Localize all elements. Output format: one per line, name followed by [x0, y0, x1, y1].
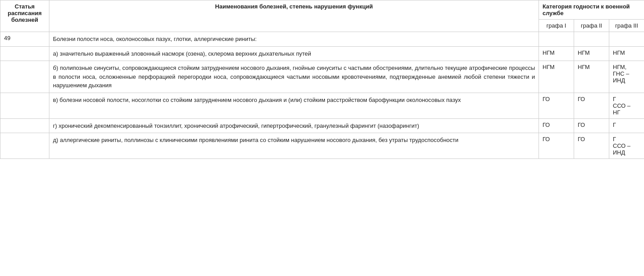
grade-cell-g1: ГО	[539, 133, 574, 159]
article-header-text: Статья расписания болезней	[8, 3, 41, 23]
grade-cell-g1: ГО	[539, 118, 574, 133]
name-cell: г) хронический декомпенсированный тонзил…	[49, 118, 539, 133]
grade-cell-g1: НГМ	[539, 61, 574, 93]
header-row-main: Статья расписания болезней Наименования …	[0, 0, 644, 20]
g3-header: графа III	[609, 20, 644, 32]
grade-cell-g3: НГМ, ГНС – ИНД	[609, 61, 644, 93]
grade-cell-g1: ГО	[539, 93, 574, 118]
grade-cell-g3	[609, 32, 644, 47]
grade-cell-g2: НГМ	[574, 46, 609, 61]
category-header: Категория годности к военной службе	[539, 0, 644, 20]
grade-cell-g2: ГО	[574, 93, 609, 118]
category-header-text: Категория годности к военной службе	[543, 3, 630, 16]
article-cell	[0, 118, 49, 133]
g3-header-text: графа III	[615, 22, 638, 29]
article-cell	[0, 133, 49, 159]
article-cell	[0, 61, 49, 93]
table-row: 49Болезни полости носа, околоносовых паз…	[0, 32, 644, 47]
grade-cell-g3: Г	[609, 118, 644, 133]
table-row: в) болезни носовой полости, носоглотки с…	[0, 93, 644, 118]
g2-header-text: графа II	[581, 22, 602, 29]
article-cell	[0, 46, 49, 61]
grade-cell-g1	[539, 32, 574, 47]
name-header: Наименования болезней, степень нарушения…	[49, 0, 539, 32]
article-cell	[0, 93, 49, 118]
table-row: г) хронический декомпенсированный тонзил…	[0, 118, 644, 133]
grade-cell-g3: Г ССО – ИНД	[609, 133, 644, 159]
article-cell: 49	[0, 32, 49, 47]
article-header: Статья расписания болезней	[0, 0, 49, 32]
name-cell: Болезни полости носа, околоносовых пазух…	[49, 32, 539, 47]
grade-cell-g2: ГО	[574, 133, 609, 159]
grade-cell-g2: НГМ	[574, 61, 609, 93]
grade-cell-g2	[574, 32, 609, 47]
table-row: а) значительно выраженный зловонный насм…	[0, 46, 644, 61]
g2-header: графа II	[574, 20, 609, 32]
main-table-wrapper: Статья расписания болезней Наименования …	[0, 0, 644, 159]
grade-cell-g3: Г ССО – НГ	[609, 93, 644, 118]
name-cell: а) значительно выраженный зловонный насм…	[49, 46, 539, 61]
g1-header: графа I	[539, 20, 574, 32]
table-row: д) аллергические риниты, поллинозы с кли…	[0, 133, 644, 159]
name-header-text: Наименования болезней, степень нарушения…	[215, 3, 373, 10]
grade-cell-g3: НГМ	[609, 46, 644, 61]
g1-header-text: графа I	[547, 22, 566, 29]
medical-table: Статья расписания болезней Наименования …	[0, 0, 644, 159]
grade-cell-g1: НГМ	[539, 46, 574, 61]
table-row: б) полипозные синуситы, сопровождающиеся…	[0, 61, 644, 93]
name-cell: б) полипозные синуситы, сопровождающиеся…	[49, 61, 539, 93]
table-body: 49Болезни полости носа, околоносовых паз…	[0, 32, 644, 159]
name-cell: д) аллергические риниты, поллинозы с кли…	[49, 133, 539, 159]
name-cell: в) болезни носовой полости, носоглотки с…	[49, 93, 539, 118]
grade-cell-g2: ГО	[574, 118, 609, 133]
